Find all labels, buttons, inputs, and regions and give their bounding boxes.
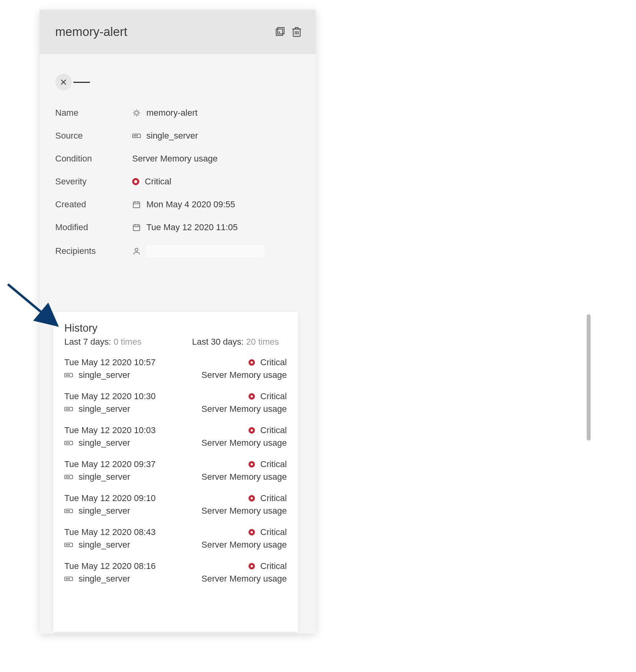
history-severity: Critical: [260, 357, 287, 368]
modified-label: Modified: [55, 222, 132, 233]
panel-title: memory-alert: [55, 25, 127, 39]
svg-point-36: [69, 375, 70, 375]
svg-point-47: [67, 477, 68, 477]
close-icon: [60, 79, 67, 86]
svg-point-38: [66, 409, 67, 409]
svg-point-48: [69, 477, 70, 477]
server-icon: [64, 507, 73, 515]
svg-point-23: [137, 135, 138, 136]
svg-rect-24: [133, 202, 140, 208]
svg-line-19: [138, 111, 139, 111]
history-source: single_server: [79, 540, 130, 550]
server-icon: [64, 405, 73, 413]
history-time: Tue May 12 2020 08:43: [64, 527, 156, 537]
detail-severity: Severity Critical: [55, 170, 300, 193]
alert-icon: [132, 109, 141, 117]
calendar-icon: [132, 200, 141, 209]
severity-icon: [249, 563, 255, 569]
created-label: Created: [55, 199, 132, 210]
recipients-label: Recipients: [55, 246, 132, 256]
history-entry[interactable]: Tue May 12 2020 08:43Criticalsingle_serv…: [64, 527, 287, 550]
detail-modified: Modified Tue May 12 2020 11:05: [55, 216, 300, 239]
detail-condition: Condition Server Memory usage: [55, 147, 300, 170]
svg-point-54: [66, 544, 67, 545]
svg-point-43: [67, 443, 68, 443]
history-entry[interactable]: Tue May 12 2020 09:10Criticalsingle_serv…: [64, 493, 287, 516]
history-entry[interactable]: Tue May 12 2020 10:03Criticalsingle_serv…: [64, 425, 287, 448]
server-icon: [64, 541, 73, 549]
server-icon: [64, 574, 73, 583]
last30-label: Last 30 days:: [192, 337, 244, 347]
recipients-value: [146, 245, 265, 257]
detail-source: Source single_server: [55, 124, 300, 147]
delete-button[interactable]: [290, 25, 304, 39]
history-scrollbar[interactable]: [587, 314, 591, 441]
svg-point-34: [66, 375, 67, 375]
history-condition: Server Memory usage: [202, 472, 287, 482]
history-source: single_server: [79, 438, 130, 448]
svg-point-55: [67, 544, 68, 545]
history-severity: Critical: [260, 561, 287, 571]
history-time: Tue May 12 2020 09:37: [64, 459, 156, 469]
severity-icon: [249, 427, 255, 434]
last7-stat: Last 7 days: 0 times: [64, 337, 142, 347]
copy-icon: [274, 26, 286, 38]
created-value: Mon May 4 2020 09:55: [146, 199, 235, 210]
svg-point-46: [66, 477, 67, 477]
last7-value: 0 times: [114, 337, 142, 347]
severity-icon: [249, 393, 255, 400]
history-time: Tue May 12 2020 10:03: [64, 425, 156, 435]
history-source: single_server: [79, 472, 130, 482]
svg-point-11: [135, 111, 138, 115]
history-severity: Critical: [260, 459, 287, 469]
condition-label: Condition: [55, 154, 132, 164]
svg-line-18: [134, 115, 135, 116]
server-icon: [64, 473, 73, 481]
close-button[interactable]: [55, 74, 72, 90]
detail-created: Created Mon May 4 2020 09:55: [55, 193, 300, 216]
history-time: Tue May 12 2020 10:30: [64, 391, 156, 402]
history-time: Tue May 12 2020 09:10: [64, 493, 156, 503]
svg-point-52: [69, 511, 70, 511]
history-entry[interactable]: Tue May 12 2020 10:57Criticalsingle_serv…: [64, 357, 287, 380]
server-icon: [132, 131, 141, 140]
severity-icon: [249, 495, 255, 501]
severity-label: Severity: [55, 176, 132, 187]
svg-point-58: [66, 578, 67, 579]
close-row: [39, 54, 316, 90]
history-severity: Critical: [260, 527, 287, 537]
history-card: History Last 7 days: 0 times Last 30 day…: [53, 312, 298, 632]
trash-icon: [291, 26, 303, 38]
svg-point-56: [69, 544, 70, 545]
history-condition: Server Memory usage: [202, 574, 287, 584]
svg-point-32: [135, 248, 138, 251]
server-icon: [64, 439, 73, 447]
history-severity: Critical: [260, 493, 287, 503]
history-time: Tue May 12 2020 08:16: [64, 561, 156, 571]
calendar-icon: [132, 223, 141, 232]
history-list[interactable]: Tue May 12 2020 10:57Criticalsingle_serv…: [64, 357, 287, 584]
severity-value: Critical: [145, 176, 171, 187]
user-icon: [132, 247, 141, 255]
last30-stat: Last 30 days: 20 times: [192, 337, 279, 347]
history-entry[interactable]: Tue May 12 2020 09:37Criticalsingle_serv…: [64, 459, 287, 482]
panel-header: memory-alert: [39, 10, 316, 54]
svg-point-50: [66, 511, 67, 511]
copy-button[interactable]: [273, 25, 287, 39]
svg-rect-28: [133, 225, 140, 231]
history-source: single_server: [79, 370, 130, 380]
severity-icon: [249, 359, 255, 366]
history-entry[interactable]: Tue May 12 2020 08:16Criticalsingle_serv…: [64, 561, 287, 584]
svg-point-40: [69, 409, 70, 409]
svg-point-39: [67, 409, 68, 409]
history-condition: Server Memory usage: [202, 438, 287, 448]
server-icon: [64, 371, 73, 379]
history-entry[interactable]: Tue May 12 2020 10:30Criticalsingle_serv…: [64, 391, 287, 414]
history-source: single_server: [79, 574, 130, 584]
history-severity: Critical: [260, 391, 287, 402]
last7-label: Last 7 days:: [64, 337, 111, 347]
alert-details: Name memory-alert Source: [39, 90, 316, 271]
svg-point-22: [135, 135, 136, 136]
detail-recipients: Recipients: [55, 239, 300, 263]
svg-line-16: [134, 111, 135, 111]
